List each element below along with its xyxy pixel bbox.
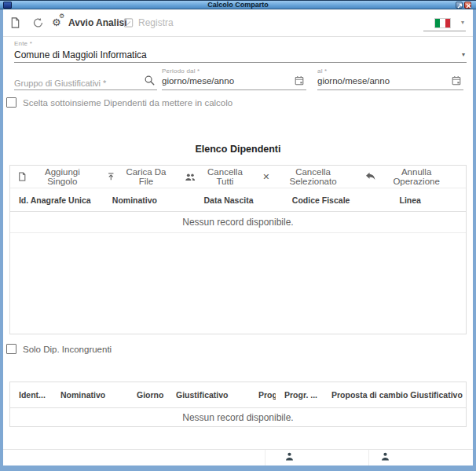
avvio-analisi-label: Avvio Analisi [68,17,126,28]
search-icon[interactable] [144,75,156,86]
person-icon [380,451,390,462]
elenco-empty-message: Nessun record disponibile. [10,212,466,233]
ente-select[interactable]: Ente * Comune di Maggioli Informatica ▾ [14,40,467,63]
column-header-nominativo[interactable]: Nominativo [52,390,128,400]
language-selector[interactable]: ▾ [427,16,466,35]
refresh-icon [32,16,44,29]
periodo-al-value[interactable]: giorno/mese/anno [317,76,390,86]
checkbox-unchecked[interactable] [6,344,16,354]
registra-button[interactable]: Registra [123,9,174,36]
grid-actions-toolbar: Aggiungi Singolo Carica Da File [10,166,466,188]
upload-icon [106,171,116,182]
ente-label: Ente * [14,40,467,47]
gears-icon: ⚙ ⚙ [52,16,64,29]
footer-separator [265,450,265,466]
maximize-button[interactable] [456,2,463,9]
elenco-dipendenti-title: Elenco Dipendenti [3,144,473,155]
periodo-dal-field[interactable]: Periodo dal * giorno/mese/anno [162,67,306,90]
risultati-empty-message: Nessun record disponibile. [10,408,466,426]
scelta-sottoinsieme-checkbox-row[interactable]: Scelta sottoinsieme Dipendenti da metter… [6,97,233,108]
elenco-dipendenti-grid: Aggiungi Singolo Carica Da File [9,165,467,334]
column-header-data-nascita[interactable]: Data Nascita [170,195,287,205]
scelta-sottoinsieme-label: Scelta sottoinsieme Dipendenti da metter… [23,98,233,108]
app-window: Calcolo Comparto [0,0,476,471]
refresh-button[interactable] [32,9,44,36]
calendar-icon[interactable] [451,75,462,86]
cancella-selezionato-button[interactable]: ✕ Cancella Selezionato [262,167,354,186]
column-header-linea[interactable]: Linea [354,195,466,205]
avvio-analisi-button[interactable]: ⚙ ⚙ Avvio Analisi [52,9,126,36]
gruppo-giustificativi-input[interactable] [14,78,140,88]
window-titlebar[interactable]: Calcolo Comparto [0,0,476,9]
periodo-dal-value[interactable]: giorno/mese/anno [162,76,234,86]
column-header-nominativo[interactable]: Nominativo [100,195,170,205]
column-header-giustificativo[interactable]: Giustificativo [167,390,250,400]
document-icon [17,171,27,182]
carica-da-file-button[interactable]: Carica Da File [106,167,174,186]
column-header-id-anagrafe[interactable]: Id. Anagrafe Unica [10,195,100,205]
column-header-giorno[interactable]: Giorno [128,390,167,400]
window-title: Calcolo Comparto [0,1,476,9]
restore-icon [457,3,463,9]
periodo-al-field[interactable]: al * giorno/mese/anno [317,67,463,90]
solo-dip-incongruenti-checkbox-row[interactable]: Solo Dip. Incongruenti [6,344,112,354]
footer-divider [3,449,473,450]
column-header-progr[interactable]: Progr [250,390,276,400]
annulla-operazione-button[interactable]: Annulla Operazione [365,167,455,186]
period-fields-row: Periodo dal * giorno/mese/anno al * gior… [14,67,463,90]
close-x-icon: ✕ [262,172,269,182]
main-toolbar: ⚙ ⚙ Avvio Analisi Registra ▾ [3,9,473,37]
people-icon [185,172,196,182]
edit-register-icon [123,16,134,29]
close-icon [466,3,471,9]
solo-dip-incongruenti-label: Solo Dip. Incongruenti [23,345,112,354]
chevron-down-icon: ▾ [461,19,464,26]
column-header-proposta-cambio[interactable]: Proposta di cambio Giustificativo [323,390,466,400]
new-button[interactable] [9,9,21,36]
elenco-table-header: Id. Anagrafe Unica Nominativo Data Nasci… [10,188,466,212]
calendar-icon[interactable] [294,75,305,86]
risultati-grid: Ident... Nominativo Giorno Giustificativ… [9,382,467,427]
aggiungi-singolo-button[interactable]: Aggiungi Singolo [17,167,95,186]
periodo-al-label: al * [317,68,327,75]
column-header-progr2[interactable]: Progr. ... [276,390,323,400]
window-content: ⚙ ⚙ Avvio Analisi Registra ▾ [0,9,476,471]
column-header-codice-fiscale[interactable]: Codice Fiscale [287,195,355,205]
column-header-ident[interactable]: Ident... [10,390,52,400]
person-icon [284,451,295,462]
italy-flag-icon [434,18,451,28]
language-underline [423,31,466,31]
undo-arrow-icon [365,172,376,181]
checkbox-unchecked[interactable] [6,97,16,108]
close-button[interactable] [464,2,471,9]
gruppo-giustificativi-field[interactable] [14,67,157,90]
cancella-tutti-button[interactable]: Cancella Tutti [185,167,251,186]
risultati-table-header: Ident... Nominativo Giorno Giustificativ… [10,382,466,408]
ente-value: Comune di Maggioli Informatica [14,49,467,60]
periodo-dal-label: Periodo dal * [162,68,200,75]
document-icon [9,16,21,29]
chevron-down-icon: ▾ [462,51,465,58]
footer-separator [368,450,369,466]
registra-label: Registra [138,17,174,28]
